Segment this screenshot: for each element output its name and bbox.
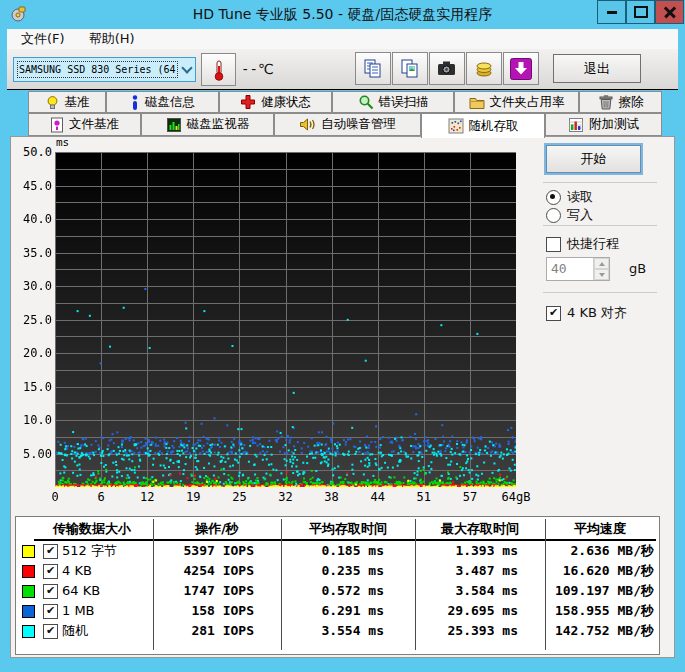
max-access-time: 1.393 ms [386,543,518,559]
tab-file-benchmark[interactable]: 文件基准 [28,113,141,136]
copy-text-button[interactable] [355,52,391,85]
y-tick-label: 40.0 [16,212,52,226]
write-radio[interactable] [546,208,561,223]
tab-benchmark[interactable]: 基准 [28,91,106,113]
max-access-time: 29.695 ms [386,603,518,619]
health-cross-icon [240,94,256,110]
drive-select-dropdown[interactable]: SAMSUNG SSD 830 Series (64 gB) [13,57,196,82]
triangle-down-icon [599,273,605,277]
separator [543,225,657,226]
menu-help[interactable]: 帮助(H) [79,30,145,48]
menu-file[interactable]: 文件(F) [11,30,75,48]
tab-aam[interactable]: 自动噪音管理 [274,113,421,136]
series-color-swatch [22,545,35,558]
y-tick-label: 15.0 [16,380,52,394]
table-row: 64 KB 1747 IOPS 0.572 ms 3.584 ms 109.19… [16,581,661,601]
series-checkbox[interactable] [43,624,58,639]
copy-text-icon [362,58,384,80]
drive-select-value: SAMSUNG SSD 830 Series (64 gB) [16,60,179,79]
column-header: 传输数据大小 [31,520,153,537]
avg-access-time: 3.554 ms [256,623,384,639]
series-label: 1 MB [62,603,95,619]
trash-icon [598,94,614,110]
speaker-icon [299,117,316,132]
x-tick-label: 51 [404,490,444,504]
read-radio-label[interactable]: 读取 [567,188,593,206]
maximize-button[interactable] [626,0,655,24]
series-label: 随机 [62,623,88,639]
exit-button[interactable]: 退出 [553,54,641,83]
avg-access-time: 0.185 ms [256,543,384,559]
table-row: 512 字节 5397 IOPS 0.185 ms 1.393 ms 2.636… [16,541,661,561]
series-label: 512 字节 [62,543,117,559]
short-stroke-checkbox[interactable] [546,237,561,252]
y-tick-label: 5.00 [16,447,52,461]
start-button[interactable]: 开始 [546,145,641,173]
spinner-down-button[interactable] [594,269,609,280]
tab-disk-monitor[interactable]: 磁盘监视器 [141,113,274,136]
info-icon [130,95,140,110]
screenshot-button[interactable] [429,52,465,85]
tab-disk-info[interactable]: 磁盘信息 [106,91,219,113]
minimize-button[interactable] [597,0,626,24]
tab-label: 文件夹占用率 [490,94,565,111]
series-label: 64 KB [62,583,100,599]
chevron-down-icon [179,58,195,81]
series-checkbox[interactable] [43,544,58,559]
y-tick-label: 25.0 [16,313,52,327]
tab-erase[interactable]: 擦除 [579,91,662,113]
table-row: 4 KB 4254 IOPS 0.235 ms 3.487 ms 16.620 … [16,561,661,581]
series-color-swatch [22,585,35,598]
tab-folder-usage[interactable]: 文件夹占用率 [454,91,579,113]
series-checkbox[interactable] [43,584,58,599]
short-stroke-label[interactable]: 快捷行程 [567,235,619,253]
iops-value: 1747 IOPS [111,583,254,599]
align-checkbox[interactable] [546,306,561,321]
save-button[interactable] [503,52,539,85]
series-label: 4 KB [62,563,92,579]
x-tick-label: 44 [358,490,398,504]
minimize-icon [607,11,617,14]
align-label[interactable]: 4 KB 对齐 [567,304,627,322]
tab-label: 健康状态 [261,94,311,111]
tab-health-status[interactable]: 健康状态 [219,91,332,113]
close-button[interactable] [655,0,684,24]
donate-icon [473,58,495,80]
column-header: 平均速度 [545,520,655,537]
x-tick-label: 0 [35,490,75,504]
max-access-time: 3.487 ms [386,563,518,579]
bar-chart-icon [568,117,584,133]
iops-value: 281 IOPS [111,623,254,639]
donate-button[interactable] [466,52,502,85]
y-tick-label: 45.0 [16,179,52,193]
copy-image-button[interactable] [392,52,428,85]
y-axis-unit-label: ms [56,136,69,149]
series-checkbox[interactable] [43,604,58,619]
separator [543,182,657,183]
magnifier-icon [358,94,374,110]
tab-label: 文件基准 [69,116,119,133]
exit-button-label: 退出 [584,60,610,78]
x-tick-label: 38 [312,490,352,504]
write-radio-label[interactable]: 写入 [567,206,593,224]
tab-extra-tests[interactable]: 附加测试 [545,113,662,136]
tab-error-scan[interactable]: 错误扫描 [332,91,454,113]
iops-value: 4254 IOPS [111,563,254,579]
short-stroke-input[interactable]: 40 [546,257,610,281]
x-tick-label: 12 [127,490,167,504]
temperature-unit: ℃ [258,61,274,77]
read-radio[interactable] [546,190,561,205]
avg-speed: 16.620 MB/秒 [506,563,654,579]
scatter-icon [448,118,464,134]
temperature-button[interactable] [201,53,236,86]
file-bulb-icon [50,117,64,133]
triangle-up-icon [599,262,605,266]
tab-label: 擦除 [619,94,644,111]
spinner-up-button[interactable] [594,258,609,269]
tab-random-access[interactable]: 随机存取 [421,113,545,138]
x-tick-label: 25 [219,490,259,504]
bulb-icon [45,95,60,110]
series-checkbox[interactable] [43,564,58,579]
short-stroke-row: 快捷行程 [546,235,619,253]
y-tick-label: 30.0 [16,279,52,293]
